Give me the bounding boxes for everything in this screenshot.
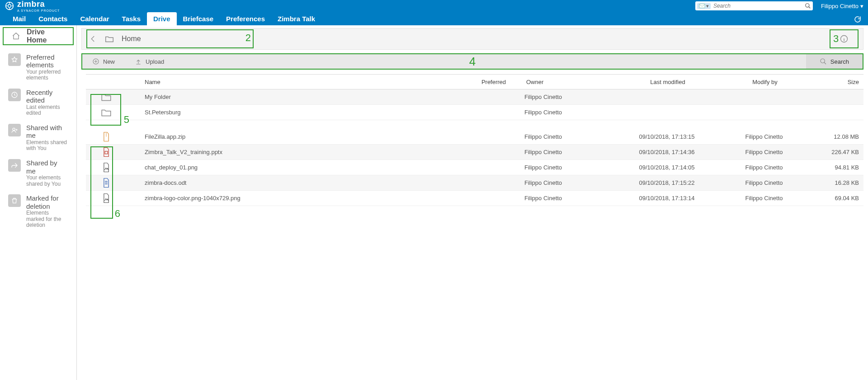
brand-name: zimbra — [17, 0, 45, 9]
sidebar-title: Drive Home — [27, 28, 65, 44]
svg-point-8 — [821, 59, 825, 63]
file-row[interactable]: chat_deploy_01.pngFilippo Cinetto09/10/2… — [86, 160, 863, 175]
main-nav: MailContactsCalendarTasksDriveBriefcaseP… — [0, 12, 868, 25]
nav-tab-briefcase[interactable]: Briefcase — [177, 12, 220, 25]
file-row[interactable]: zimbra-docs.odtFilippo Cinetto09/10/2018… — [86, 175, 863, 191]
search-icon[interactable] — [805, 3, 811, 9]
nav-tab-calendar[interactable]: Calendar — [74, 12, 115, 25]
png-file-icon — [86, 163, 127, 173]
chevron-down-icon: ▾ — [706, 3, 709, 9]
nav-tab-zimbra-talk[interactable]: Zimbra Talk — [271, 12, 321, 25]
user-name: Filippo Cinetto — [821, 3, 859, 9]
annotation-3: 3 — [833, 33, 839, 45]
person-plus-icon — [8, 124, 21, 136]
sidebar-item-marked-for-deletion[interactable]: Marked for deletionElements marked for t… — [6, 191, 70, 232]
chevron-down-icon: ▾ — [860, 3, 863, 9]
upload-icon — [135, 58, 142, 65]
file-table: Name Preferred Owner Last modified Modif… — [86, 74, 863, 206]
svg-point-5 — [13, 128, 15, 131]
drive-toolbar: New Upload 4 Search — [81, 53, 863, 70]
file-row[interactable]: FileZilla.app.zipFilippo Cinetto09/10/20… — [86, 129, 863, 145]
search-icon — [820, 58, 827, 65]
brand-logo: zimbra A SYNACOR PRODUCT — [5, 0, 60, 12]
global-search[interactable]: ▾ — [695, 1, 813, 10]
breadcrumb-path: Home — [122, 35, 141, 43]
col-preferred[interactable]: Preferred — [461, 79, 524, 85]
pptx-file-icon — [86, 147, 127, 157]
odt-file-icon — [86, 178, 127, 188]
user-menu[interactable]: Filippo Cinetto ▾ — [821, 3, 863, 9]
breadcrumb-bar: Home 2 3 — [81, 28, 863, 50]
annotation-4: 4 — [469, 55, 476, 69]
back-icon[interactable] — [89, 35, 97, 43]
star-icon — [8, 53, 21, 66]
clock-icon — [8, 89, 21, 101]
folder-icon — [86, 91, 127, 103]
sidebar-item-recently-edited[interactable]: Recently editedLast elements edited — [6, 85, 70, 120]
file-row[interactable]: zimbra-logo-color.png-1040x729.pngFilipp… — [86, 191, 863, 206]
sidebar-item-preferred-elements[interactable]: Preferred elementsYour preferred element… — [6, 50, 70, 85]
upload-button[interactable]: Upload — [125, 54, 174, 69]
plus-circle-icon — [92, 58, 99, 65]
annotation-2: 2 — [245, 32, 251, 44]
home-icon — [12, 32, 20, 41]
app-banner: zimbra A SYNACOR PRODUCT ▾ Filippo Cinet… — [0, 0, 868, 25]
col-size[interactable]: Size — [809, 79, 863, 85]
sidebar-home[interactable]: Drive Home — [3, 27, 74, 45]
folder-icon — [86, 107, 127, 118]
col-modifyby[interactable]: Modify by — [719, 79, 809, 85]
new-button[interactable]: New — [82, 54, 125, 69]
share-icon — [8, 159, 21, 172]
trash-icon — [8, 194, 21, 207]
zip-file-icon — [86, 132, 127, 142]
drive-search-button[interactable]: Search — [806, 54, 863, 69]
sidebar-item-shared-by-me[interactable]: Shared by meYour elements shared by You — [6, 155, 70, 191]
nav-tab-contacts[interactable]: Contacts — [32, 12, 74, 25]
nav-tab-mail[interactable]: Mail — [6, 12, 32, 25]
svg-rect-2 — [699, 4, 705, 8]
nav-tab-preferences[interactable]: Preferences — [220, 12, 271, 25]
file-row[interactable]: Zimbra_Talk_V2_training.pptxFilippo Cine… — [86, 145, 863, 160]
main-content: Home 2 3 New Upload 4 Search — [77, 25, 868, 380]
col-lastmod[interactable]: Last modified — [615, 79, 719, 85]
brand-sub: A SYNACOR PRODUCT — [17, 9, 60, 12]
folder-row[interactable]: St.PetersburgFilippo Cinetto — [86, 105, 863, 120]
search-scope-chip[interactable]: ▾ — [697, 3, 711, 9]
col-owner[interactable]: Owner — [524, 79, 615, 85]
folder-row[interactable]: My FolderFilippo Cinetto — [86, 89, 863, 105]
nav-tab-tasks[interactable]: Tasks — [116, 12, 147, 25]
svg-point-3 — [806, 4, 809, 7]
svg-point-1 — [8, 5, 11, 8]
nav-tab-drive[interactable]: Drive — [147, 12, 177, 25]
folder-open-icon — [104, 34, 114, 44]
refresh-button[interactable] — [847, 14, 868, 25]
col-name[interactable]: Name — [127, 79, 461, 85]
sidebar-item-shared-with-me[interactable]: Shared with meElements shared with You — [6, 120, 70, 155]
sidebar: Drive Home Preferred elementsYour prefer… — [0, 25, 77, 380]
svg-rect-9 — [105, 151, 108, 154]
table-header: Name Preferred Owner Last modified Modif… — [86, 74, 863, 89]
png2-file-icon — [86, 193, 127, 203]
info-icon[interactable] — [840, 34, 849, 43]
global-search-input[interactable] — [711, 3, 805, 9]
